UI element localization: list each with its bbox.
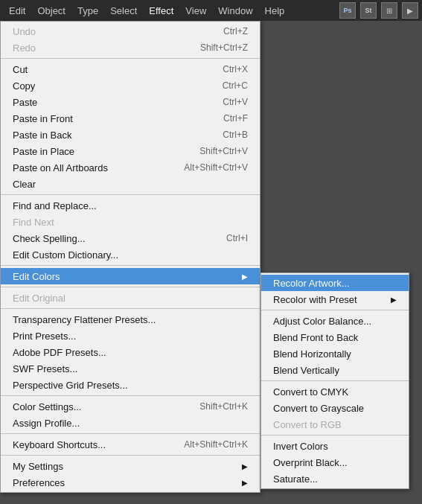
edit-colors-arrow: ▶ xyxy=(242,272,248,281)
menu-help[interactable]: Help xyxy=(259,2,291,19)
menu-item-undo-label: Undo xyxy=(13,26,36,37)
menu-item-find-next[interactable]: Find Next xyxy=(1,214,260,230)
menu-item-paste-back[interactable]: Paste in Back Ctrl+B xyxy=(1,127,260,143)
submenu-item-convert-grayscale[interactable]: Convert to Grayscale xyxy=(261,400,409,416)
submenu-item-blend-horizontal-label: Blend Horizontally xyxy=(273,348,351,360)
recolor-preset-arrow: ▶ xyxy=(391,296,397,304)
menu-item-undo[interactable]: Undo Ctrl+Z xyxy=(1,23,260,39)
menu-item-edit-original-label: Edit Original xyxy=(13,293,65,304)
menu-select[interactable]: Select xyxy=(104,2,143,19)
toolbar-right: Ps St ⊞ ▶ xyxy=(339,2,419,19)
menu-item-paste-front-shortcut: Ctrl+F xyxy=(223,113,248,124)
separator-1 xyxy=(1,58,260,59)
separator-6 xyxy=(1,395,260,396)
menu-item-cut-shortcut: Ctrl+X xyxy=(223,64,248,74)
menu-item-color-settings-label: Color Settings... xyxy=(13,401,82,412)
menu-item-copy[interactable]: Copy Ctrl+C xyxy=(1,77,260,94)
submenu-item-overprint[interactable]: Overprint Black... xyxy=(261,454,409,470)
menu-item-keyboard[interactable]: Keyboard Shortcuts... Alt+Shift+Ctrl+K xyxy=(1,436,260,453)
submenu-item-convert-grayscale-label: Convert to Grayscale xyxy=(273,403,364,414)
menu-item-paste-back-shortcut: Ctrl+B xyxy=(223,130,248,140)
menu-item-paste-artboards[interactable]: Paste on All Artboards Alt+Shift+Ctrl+V xyxy=(1,159,260,176)
menu-item-keyboard-shortcut: Alt+Shift+Ctrl+K xyxy=(184,439,248,450)
menu-item-find-replace[interactable]: Find and Replace... xyxy=(1,197,260,214)
submenu-item-blend-vertical[interactable]: Blend Vertically xyxy=(261,362,409,378)
menu-item-paste-shortcut: Ctrl+V xyxy=(223,97,248,107)
menu-item-copy-label: Copy xyxy=(13,80,35,92)
menu-item-cut-label: Cut xyxy=(13,64,28,75)
menu-item-check-spell-shortcut: Ctrl+I xyxy=(226,233,248,243)
submenu-item-convert-rgb-label: Convert to RGB xyxy=(273,419,342,430)
menu-item-clear[interactable]: Clear xyxy=(1,176,260,192)
menu-item-paste-front-label: Paste in Front xyxy=(13,113,73,124)
menu-item-paste[interactable]: Paste Ctrl+V xyxy=(1,94,260,110)
submenu-item-saturate-label: Saturate... xyxy=(273,473,318,485)
menu-edit[interactable]: Edit xyxy=(3,2,31,19)
submenu-item-adjust-balance[interactable]: Adjust Color Balance... xyxy=(261,313,409,329)
menu-item-preferences-label: Preferences xyxy=(13,477,65,488)
menu-item-swf-presets[interactable]: SWF Presets... xyxy=(1,360,260,377)
menu-item-my-settings[interactable]: My Settings ▶ xyxy=(1,458,260,474)
menu-item-edit-colors[interactable]: Edit Colors ▶ xyxy=(1,268,260,284)
menu-item-assign-profile[interactable]: Assign Profile... xyxy=(1,415,260,431)
submenu-item-convert-rgb[interactable]: Convert to RGB xyxy=(261,416,409,433)
menu-item-print-presets-label: Print Presets... xyxy=(13,331,76,342)
menu-item-color-settings-shortcut: Shift+Ctrl+K xyxy=(199,401,248,412)
menu-item-keyboard-label: Keyboard Shortcuts... xyxy=(13,439,106,450)
menu-item-redo-shortcut: Shift+Ctrl+Z xyxy=(200,42,248,53)
menu-effect[interactable]: Effect xyxy=(143,2,179,19)
menu-window[interactable]: Window xyxy=(212,2,258,19)
menu-item-edit-dict[interactable]: Edit Custom Dictionary... xyxy=(1,246,260,263)
menu-item-print-presets[interactable]: Print Presets... xyxy=(1,328,260,344)
menu-item-pdf-presets[interactable]: Adobe PDF Presets... xyxy=(1,344,260,360)
menu-item-paste-place[interactable]: Paste in Place Shift+Ctrl+V xyxy=(1,143,260,159)
menu-item-cut[interactable]: Cut Ctrl+X xyxy=(1,61,260,77)
menu-item-edit-original[interactable]: Edit Original xyxy=(1,290,260,306)
menu-item-color-settings[interactable]: Color Settings... Shift+Ctrl+K xyxy=(1,398,260,415)
menu-item-perspective-label: Perspective Grid Presets... xyxy=(13,380,128,391)
menu-item-perspective[interactable]: Perspective Grid Presets... xyxy=(1,377,260,393)
submenu-item-recolor-preset[interactable]: Recolor with Preset ▶ xyxy=(261,291,409,307)
menu-type[interactable]: Type xyxy=(71,2,104,19)
menu-view[interactable]: View xyxy=(179,2,212,19)
submenu-item-invert[interactable]: Invert Colors xyxy=(261,438,409,454)
menu-item-redo[interactable]: Redo Shift+Ctrl+Z xyxy=(1,39,260,56)
menu-item-paste-front[interactable]: Paste in Front Ctrl+F xyxy=(1,110,260,127)
menu-item-paste-back-label: Paste in Back xyxy=(13,130,72,141)
menu-item-transparency[interactable]: Transparency Flattener Presets... xyxy=(1,311,260,328)
menu-item-clear-label: Clear xyxy=(13,179,36,190)
submenu-item-blend-horizontal[interactable]: Blend Horizontally xyxy=(261,345,409,362)
arrow-icon: ▶ xyxy=(402,2,418,19)
sub-separator-1 xyxy=(261,310,409,310)
separator-5 xyxy=(1,308,260,309)
dropdown-container: Undo Ctrl+Z Redo Shift+Ctrl+Z Cut Ctrl+X… xyxy=(0,21,260,493)
submenu-item-saturate[interactable]: Saturate... xyxy=(261,470,409,487)
menu-item-check-spell[interactable]: Check Spelling... Ctrl+I xyxy=(1,230,260,246)
preferences-arrow: ▶ xyxy=(242,479,248,487)
submenu-item-invert-label: Invert Colors xyxy=(273,441,328,452)
menu-item-edit-colors-label: Edit Colors xyxy=(13,271,60,282)
st-icon: St xyxy=(360,2,377,19)
menu-item-paste-place-shortcut: Shift+Ctrl+V xyxy=(199,146,248,156)
submenu-item-recolor[interactable]: Recolor Artwork... xyxy=(261,275,409,291)
submenu-item-convert-cmyk[interactable]: Convert to CMYK xyxy=(261,383,409,400)
menu-item-find-next-label: Find Next xyxy=(13,217,54,228)
menu-object[interactable]: Object xyxy=(31,2,71,19)
edit-menu: Undo Ctrl+Z Redo Shift+Ctrl+Z Cut Ctrl+X… xyxy=(0,21,260,493)
submenu-item-blend-front[interactable]: Blend Front to Back xyxy=(261,329,409,345)
submenu-item-overprint-label: Overprint Black... xyxy=(273,457,348,468)
menu-item-redo-label: Redo xyxy=(13,42,36,54)
menu-item-check-spell-label: Check Spelling... xyxy=(13,233,86,244)
submenu-item-recolor-preset-label: Recolor with Preset xyxy=(273,294,357,305)
submenu-item-convert-cmyk-label: Convert to CMYK xyxy=(273,386,348,398)
grid-icon: ⊞ xyxy=(381,2,397,19)
edit-colors-submenu: Recolor Artwork... Recolor with Preset ▶… xyxy=(260,272,409,489)
menu-item-preferences[interactable]: Preferences ▶ xyxy=(1,474,260,491)
menu-item-copy-shortcut: Ctrl+C xyxy=(223,80,248,91)
menu-item-transparency-label: Transparency Flattener Presets... xyxy=(13,314,156,325)
menu-item-find-replace-label: Find and Replace... xyxy=(13,200,97,211)
sub-separator-2 xyxy=(261,380,409,381)
menu-item-undo-shortcut: Ctrl+Z xyxy=(223,26,248,36)
ps-icon: Ps xyxy=(339,2,356,19)
separator-2 xyxy=(1,194,260,195)
